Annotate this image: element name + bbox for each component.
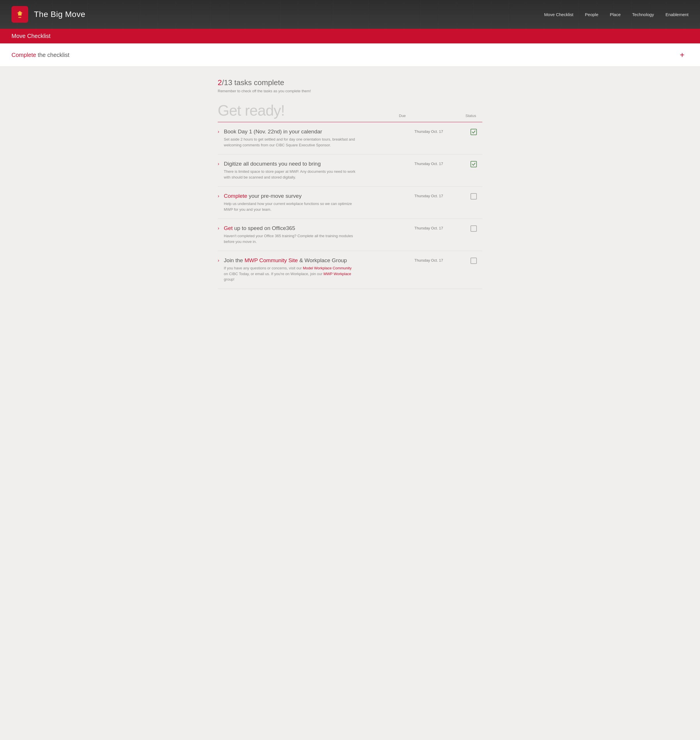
task-checkbox[interactable] <box>471 225 477 232</box>
task-divider <box>218 289 482 289</box>
task-status[interactable] <box>465 257 482 264</box>
add-task-button[interactable]: + <box>676 48 688 61</box>
task-body: Complete your pre-move survey Help us un… <box>224 193 410 212</box>
task-due-date: Thursday Oct. 17 <box>415 225 460 230</box>
task-description: If you have any questions or concerns, v… <box>224 265 356 282</box>
task-description: There is limited space to store paper at… <box>224 169 356 180</box>
task-highlight-link[interactable]: MWP Community Site <box>244 257 298 263</box>
complete-highlight: Complete <box>12 52 36 58</box>
status-column-header: Status <box>462 113 479 118</box>
nav-people[interactable]: People <box>585 12 599 17</box>
complete-suffix: the checklist <box>36 52 70 58</box>
navida-logo-icon <box>15 9 25 19</box>
task-row: › Join the MWP Community Site & Workplac… <box>218 251 482 289</box>
task-highlight: Complete <box>224 193 247 199</box>
site-title: The Big Move <box>34 10 85 19</box>
site-header: The Big Move Move Checklist People Place… <box>0 0 700 29</box>
due-column-header: Due <box>399 113 439 118</box>
task-body: Get up to speed on Office365 Haven't com… <box>224 225 410 244</box>
task-status[interactable] <box>465 225 482 232</box>
chevron-right-icon[interactable]: › <box>218 129 219 134</box>
chevron-right-icon[interactable]: › <box>218 226 219 231</box>
task-status[interactable] <box>465 129 482 135</box>
task-checkbox[interactable] <box>471 258 477 264</box>
tasks-completed-count: 2 <box>218 78 222 87</box>
checkmark-icon <box>472 162 476 166</box>
main-content: 2/13 tasks complete Remember to check of… <box>206 67 494 306</box>
mwp-workplace-link[interactable]: MWP Workplace <box>324 272 351 276</box>
nav-enablement[interactable]: Enablement <box>666 12 688 17</box>
chevron-right-icon[interactable]: › <box>218 161 219 166</box>
main-nav: Move Checklist People Place Technology E… <box>544 12 688 17</box>
task-checkbox[interactable] <box>471 193 477 200</box>
tasks-total: 13 <box>224 78 232 87</box>
task-title: Get up to speed on Office365 <box>224 225 410 231</box>
task-status[interactable] <box>465 193 482 200</box>
complete-bar: Complete the checklist + <box>0 43 700 67</box>
task-description: Help us understand how your current work… <box>224 201 356 212</box>
task-row: › Book Day 1 (Nov. 22nd) in your calenda… <box>218 122 482 154</box>
section-title: Move Checklist <box>12 33 51 39</box>
task-title: Digitize all documents you need to bring <box>224 161 410 167</box>
task-body: Book Day 1 (Nov. 22nd) in your calendar … <box>224 129 410 148</box>
task-checkbox[interactable] <box>471 161 477 167</box>
task-highlight: Get <box>224 225 233 231</box>
task-row: › Get up to speed on Office365 Haven't c… <box>218 219 482 251</box>
task-title: Complete your pre-move survey <box>224 193 410 199</box>
chevron-right-icon[interactable]: › <box>218 258 219 263</box>
nav-move-checklist[interactable]: Move Checklist <box>544 12 574 17</box>
task-count-section: 2/13 tasks complete Remember to check of… <box>218 78 482 93</box>
nav-place[interactable]: Place <box>610 12 621 17</box>
task-description: Haven't completed your Office 365 traini… <box>224 233 356 244</box>
nav-technology[interactable]: Technology <box>632 12 654 17</box>
column-headers: Due Status <box>399 113 482 119</box>
section-red-bar: Move Checklist <box>0 29 700 43</box>
section-heading: Get ready! <box>218 102 285 119</box>
task-due-date: Thursday Oct. 17 <box>415 161 460 166</box>
svg-rect-4 <box>18 17 21 18</box>
task-title: Book Day 1 (Nov. 22nd) in your calendar <box>224 129 410 135</box>
checkmark-icon <box>472 130 476 134</box>
tasks-label: tasks complete <box>234 78 284 87</box>
task-due-date: Thursday Oct. 17 <box>415 257 460 263</box>
task-description: Set aside 2 hours to get settled and for… <box>224 137 356 148</box>
logo[interactable] <box>12 6 28 23</box>
task-checkbox[interactable] <box>471 129 477 135</box>
complete-bar-text: Complete the checklist <box>12 52 69 58</box>
task-body: Digitize all documents you need to bring… <box>224 161 410 180</box>
chevron-right-icon[interactable]: › <box>218 194 219 199</box>
task-row: › Complete your pre-move survey Help us … <box>218 186 482 219</box>
task-status[interactable] <box>465 161 482 167</box>
task-reminder: Remember to check off the tasks as you c… <box>218 89 482 93</box>
section-header: Get ready! Due Status <box>218 102 482 119</box>
task-due-date: Thursday Oct. 17 <box>415 193 460 198</box>
tasks-separator: / <box>222 78 224 87</box>
task-count-line: 2/13 tasks complete <box>218 78 482 87</box>
model-workplace-link[interactable]: Model Workplace Community <box>303 266 352 270</box>
task-due-date: Thursday Oct. 17 <box>415 129 460 134</box>
task-body: Join the MWP Community Site & Workplace … <box>224 257 410 282</box>
task-title: Join the MWP Community Site & Workplace … <box>224 257 410 264</box>
task-row: › Digitize all documents you need to bri… <box>218 154 482 186</box>
